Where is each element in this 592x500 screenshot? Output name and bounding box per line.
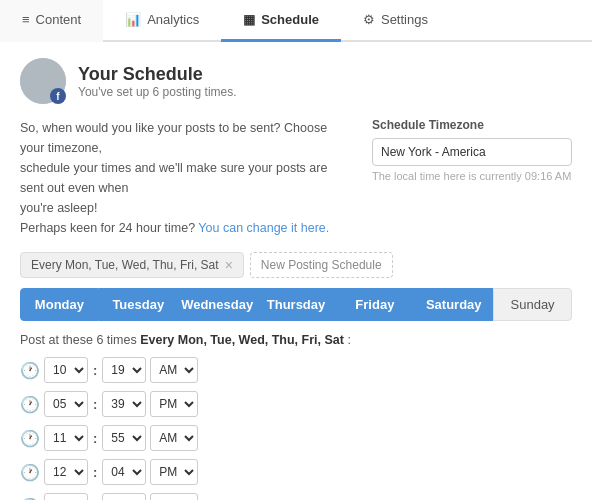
minute-select[interactable]: 0001020304050607080910111213141516171819… [102,425,146,451]
hour-select[interactable]: 010203040506070809101112 [44,425,88,451]
time-separator: : [92,465,98,480]
minute-select[interactable]: 0001020304050607080910111213141516171819… [102,391,146,417]
schedule-icon: ▦ [243,12,255,27]
avatar: f [20,58,66,104]
page-subtitle: You've set up 6 posting times. [78,85,237,99]
content-icon: ≡ [22,12,30,27]
ampm-select[interactable]: AMPM [150,425,198,451]
tab-content[interactable]: ≡ Content [0,0,103,42]
minute-select[interactable]: 0001020304050607080910111213141516171819… [102,357,146,383]
minute-select[interactable]: 0001020304050607080910111213141516171819… [102,493,146,500]
time-separator: : [92,397,98,412]
settings-icon: ⚙ [363,12,375,27]
analytics-icon: 📊 [125,12,141,27]
hour-select[interactable]: 010203040506070809101112 [44,357,88,383]
clock-icon: 🕐 [20,429,40,448]
time-row: 🕐010203040506070809101112:00010203040506… [20,459,572,485]
time-row: 🕐010203040506070809101112:00010203040506… [20,357,572,383]
tabs-bar: ≡ Content 📊 Analytics ▦ Schedule ⚙ Setti… [0,0,592,42]
schedule-pill-new[interactable]: New Posting Schedule [250,252,393,278]
day-tabs: Monday Tuesday Wednesday Thursday Friday… [20,288,572,321]
hour-select[interactable]: 010203040506070809101112 [44,391,88,417]
close-pill-icon[interactable]: × [225,258,233,272]
tab-analytics[interactable]: 📊 Analytics [103,0,221,42]
schedule-pills: Every Mon, Tue, Wed, Thu, Fri, Sat × New… [20,252,572,278]
page-title: Your Schedule [78,64,237,85]
clock-icon: 🕐 [20,463,40,482]
body-text: So, when would you like your posts to be… [20,118,352,238]
clock-icon: 🕐 [20,395,40,414]
day-tab-wednesday[interactable]: Wednesday [178,288,257,321]
timezone-section: Schedule Timezone The local time here is… [372,118,572,238]
timezone-label: Schedule Timezone [372,118,572,132]
clock-icon: 🕐 [20,361,40,380]
minute-select[interactable]: 0001020304050607080910111213141516171819… [102,459,146,485]
hour-select[interactable]: 010203040506070809101112 [44,459,88,485]
post-times-label: Post at these 6 times Every Mon, Tue, We… [20,333,572,347]
clock-icon: 🕐 [20,497,40,501]
main-content: f Your Schedule You've set up 6 posting … [0,42,592,500]
ampm-select[interactable]: AMPM [150,391,198,417]
day-tab-sunday[interactable]: Sunday [493,288,572,321]
ampm-select[interactable]: AMPM [150,493,198,500]
tab-schedule[interactable]: ▦ Schedule [221,0,341,42]
change-timezone-link[interactable]: You can change it here. [198,221,329,235]
day-tab-monday[interactable]: Monday [20,288,99,321]
time-separator: : [92,431,98,446]
ampm-select[interactable]: AMPM [150,459,198,485]
timezone-note: The local time here is currently 09:16 A… [372,170,572,182]
header-text: Your Schedule You've set up 6 posting ti… [78,64,237,99]
time-rows: 🕐010203040506070809101112:00010203040506… [20,357,572,500]
time-separator: : [92,363,98,378]
schedule-pill-existing[interactable]: Every Mon, Tue, Wed, Thu, Fri, Sat × [20,252,244,278]
day-tab-saturday[interactable]: Saturday [414,288,493,321]
time-row: 🕐010203040506070809101112:00010203040506… [20,493,572,500]
day-tab-thursday[interactable]: Thursday [257,288,336,321]
ampm-select[interactable]: AMPM [150,357,198,383]
body-row: So, when would you like your posts to be… [20,118,572,238]
time-row: 🕐010203040506070809101112:00010203040506… [20,425,572,451]
day-tab-tuesday[interactable]: Tuesday [99,288,178,321]
time-row: 🕐010203040506070809101112:00010203040506… [20,391,572,417]
page-header: f Your Schedule You've set up 6 posting … [20,58,572,104]
timezone-input[interactable] [372,138,572,166]
tab-settings[interactable]: ⚙ Settings [341,0,450,42]
facebook-badge: f [50,88,66,104]
hour-select[interactable]: 010203040506070809101112 [44,493,88,500]
day-tab-friday[interactable]: Friday [335,288,414,321]
